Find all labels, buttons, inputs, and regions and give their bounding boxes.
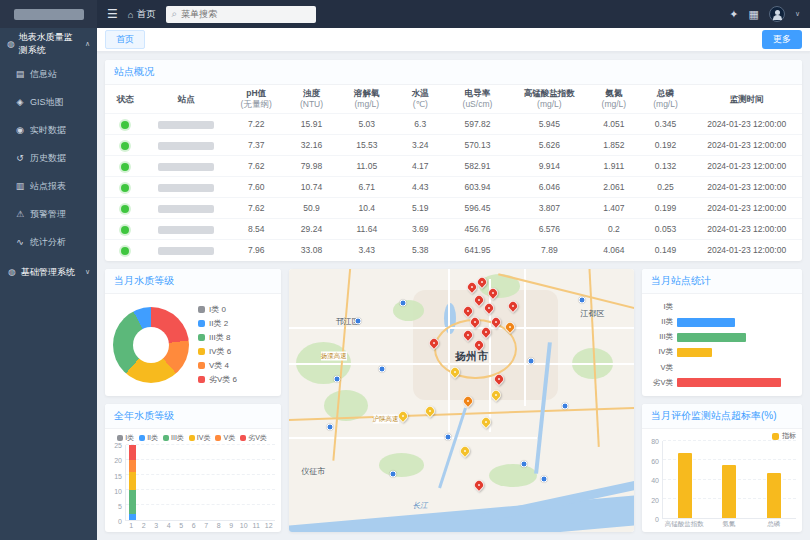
search-input[interactable] [181,9,309,19]
sidebar-group-basic-mgmt[interactable]: ◍ 基础管理系统 ∨ [0,256,97,288]
map-poi-marker[interactable] [579,297,586,304]
map-pin-red[interactable] [477,277,487,287]
sidebar-item-warning[interactable]: ⚠预警管理 [0,200,97,228]
map-pin-red[interactable] [488,288,498,298]
avatar[interactable] [769,6,785,22]
stacked-bar[interactable] [253,445,260,520]
map-pin-yellow[interactable] [460,446,470,456]
map-poi-marker[interactable] [399,299,406,306]
map-pin-red[interactable] [429,338,439,348]
value-bar[interactable] [678,453,692,518]
hbar-value-bar[interactable] [677,348,712,357]
warning-icon: ⚠ [15,209,25,219]
map-pin-red[interactable] [508,301,518,311]
sidebar-item-stats[interactable]: ∿统计分析 [0,228,97,256]
legend-item[interactable]: V类 4 [198,360,237,371]
value-cell: 7.62 [227,156,286,177]
legend-item[interactable]: V类 [215,433,235,443]
map-poi-marker[interactable] [527,357,534,364]
map-pin-red[interactable] [463,306,473,316]
stacked-bar[interactable] [141,445,148,520]
map-pin-yellow[interactable] [481,417,491,427]
map-pin-yellow[interactable] [450,367,460,377]
table-row[interactable]: 8.5429.2411.643.69456.766.5760.20.053202… [105,219,802,240]
map-poi-marker[interactable] [444,434,451,441]
sidebar-item-info[interactable]: ▤信息站 [0,60,97,88]
map-pin-red[interactable] [481,327,491,337]
map-pin-yellow[interactable] [491,390,501,400]
hbar-value-bar[interactable] [677,318,735,327]
stacked-bar[interactable] [203,445,210,520]
user-menu-chevron-down-icon[interactable]: ∨ [795,10,800,18]
value-bar[interactable] [722,465,736,518]
table-row[interactable]: 7.2215.915.036.3597.825.9454.0510.345202… [105,114,802,135]
legend-item[interactable]: IV类 [189,433,211,443]
legend-item[interactable]: III类 [163,433,184,443]
map-pin-red[interactable] [474,340,484,350]
map-poi-marker[interactable] [379,365,386,372]
badge-icon[interactable]: ✦ [729,8,738,21]
sidebar-item-history[interactable]: ↺历史数据 [0,144,97,172]
map-pin-red[interactable] [494,374,504,384]
sidebar-item-realtime[interactable]: ◉实时数据 [0,116,97,144]
table-row[interactable]: 7.3732.1615.533.24570.135.6261.8520.1922… [105,135,802,156]
legend-item[interactable]: 劣V类 [240,433,267,443]
sidebar-group-surface-water[interactable]: ◍ 地表水质量监测系统 ∧ [0,28,97,60]
legend-item[interactable]: 劣V类 6 [198,374,237,385]
legend-item[interactable]: III类 8 [198,332,237,343]
legend-item[interactable]: I类 0 [198,304,237,315]
hbar-value-bar[interactable] [677,378,781,387]
stacked-bar[interactable] [154,445,161,520]
map-pin-red[interactable] [484,303,494,313]
tab-home[interactable]: 首页 [105,30,145,49]
map-poi-marker[interactable] [334,376,341,383]
hbar-track [677,348,792,357]
stacked-bar[interactable] [216,445,223,520]
plot-area[interactable] [662,441,796,519]
legend-item[interactable]: II类 [139,433,158,443]
menu-toggle-icon[interactable]: ☰ [107,7,118,21]
map-poi-marker[interactable] [541,476,548,483]
stacked-bar[interactable] [265,445,272,520]
legend-item[interactable]: II类 2 [198,318,237,329]
sidebar-item-gis[interactable]: ◈GIS地图 [0,88,97,116]
menu-search[interactable]: ⌕ [166,6,316,23]
map-pin-yellow[interactable] [425,406,435,416]
breadcrumb[interactable]: ⌂ 首页 [128,8,156,21]
legend-item[interactable]: IV类 6 [198,346,237,357]
table-row[interactable]: 7.6279.9811.054.17582.919.9141.9110.1322… [105,156,802,177]
donut-chart[interactable] [113,307,189,383]
table-row[interactable]: 7.9633.083.435.38641.957.894.0640.149202… [105,240,802,261]
sidebar-item-report[interactable]: ▥站点报表 [0,172,97,200]
stacked-bar[interactable] [228,445,235,520]
map-pin-yellow[interactable] [398,411,408,421]
map-poi-marker[interactable] [327,423,334,430]
map-pin-red[interactable] [463,330,473,340]
sidebar: ◍ 地表水质量监测系统 ∧ ▤信息站◈GIS地图◉实时数据↺历史数据▥站点报表⚠… [0,0,97,540]
stacked-bar[interactable] [241,445,248,520]
hbar-value-bar[interactable] [677,333,746,342]
map-poi-marker[interactable] [389,471,396,478]
grid-icon[interactable]: ▦ [748,8,758,21]
stacked-bar[interactable] [178,445,185,520]
map-pin-red[interactable] [474,295,484,305]
map-pin-red[interactable] [491,317,501,327]
table-row[interactable]: 7.6010.746.714.43603.946.0462.0610.25202… [105,177,802,198]
map-pin-orange[interactable] [463,396,473,406]
map-pin-red[interactable] [474,480,484,490]
map-pin-orange[interactable] [505,322,515,332]
stacked-bar[interactable] [129,445,136,520]
map-poi-marker[interactable] [562,402,569,409]
more-button[interactable]: 更多 [762,30,802,49]
plot-area[interactable] [125,445,275,521]
map-poi-marker[interactable] [355,318,362,325]
map-poi-marker[interactable] [520,460,527,467]
table-row[interactable]: 7.6250.910.45.19596.453.8071.4070.199202… [105,198,802,219]
map-canvas[interactable]: 扬州市邗江区江都区仪征市沪陕高速扬溧高速长江 [289,269,634,532]
value-cell: 3.24 [396,135,444,156]
stacked-bar[interactable] [191,445,198,520]
map-pin-red[interactable] [467,282,477,292]
stacked-bar[interactable] [166,445,173,520]
value-bar[interactable] [767,473,781,518]
map-pin-red[interactable] [470,317,480,327]
